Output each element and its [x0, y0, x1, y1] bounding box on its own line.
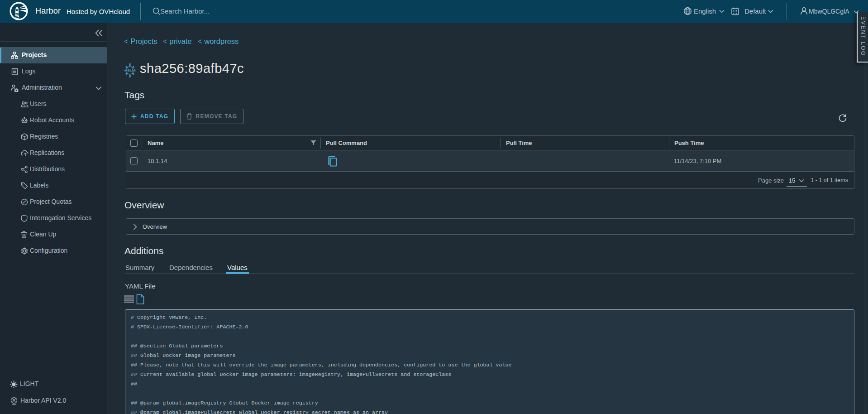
svg-text:HELM: HELM — [125, 68, 135, 72]
